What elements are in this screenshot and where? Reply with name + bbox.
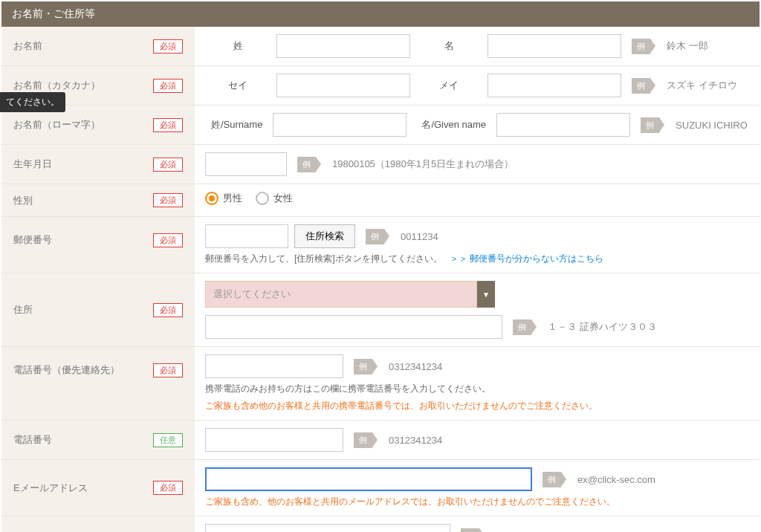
badge-optional: 任意 [153, 433, 183, 447]
row-name: お名前 必須 姓 名 例 鈴木 一郎 [1, 27, 760, 66]
input-email[interactable] [205, 467, 532, 491]
radio-dot-off-icon [256, 192, 269, 205]
input-kana-mei[interactable] [488, 74, 621, 97]
label-zip: 郵便番号 [13, 233, 52, 247]
label-phone-primary: 電話番号（優先連絡先） [13, 363, 120, 377]
label-gender: 性別 [13, 194, 33, 207]
radio-female[interactable]: 女性 [256, 192, 293, 205]
badge-required: 必須 [153, 363, 183, 377]
badge-required: 必須 [153, 481, 183, 495]
input-roman-surname[interactable] [273, 113, 407, 137]
example-badge: 例 [354, 359, 372, 374]
example-badge: 例 [632, 78, 650, 94]
email-hint: ご家族も含め、他のお客様と共用のメールアドレスでは、お取引いただけませんのでご注… [205, 496, 749, 508]
input-phone-primary[interactable] [205, 354, 343, 378]
input-roman-given[interactable] [496, 113, 630, 137]
badge-required: 必須 [153, 39, 183, 53]
input-dob[interactable] [205, 152, 287, 176]
label-address: 住所 [13, 303, 33, 317]
select-placeholder: 選択してください [205, 281, 477, 308]
example-badge: 例 [513, 319, 531, 335]
example-badge: 例 [543, 472, 561, 487]
example-badge: 例 [366, 229, 384, 244]
row-roman: お名前（ローマ字） 必須 姓/Surname 名/Given name 例 SU… [1, 106, 760, 145]
label-roman: お名前（ローマ字） [13, 118, 100, 132]
label-email: Eメールアドレス [13, 481, 88, 495]
sublabel-sei: 姓 [205, 39, 271, 53]
sublabel-kana-sei: セイ [205, 79, 271, 92]
phone1-hint2: ご家族も含め他のお客様と共用の携帯電話番号では、お取引いただけませんのでご注意く… [205, 400, 749, 412]
example-badge: 例 [297, 157, 316, 172]
input-name-sei[interactable] [276, 34, 410, 58]
row-address: 住所 必須 選択してください ▼ 例 １－３ 証券ハイツ３０３ [1, 273, 760, 347]
radio-female-label: 女性 [273, 192, 293, 205]
button-address-search[interactable]: 住所検索 [294, 224, 355, 248]
row-mobile-email: 携帯メールアドレス 任意 例 ex@docomo.ne.jp ご家族も含め、他の… [1, 516, 760, 532]
example-badge: 例 [461, 528, 479, 533]
section-title: お名前・ご住所等 [1, 1, 760, 27]
radio-male-label: 男性 [223, 192, 242, 205]
select-prefecture[interactable]: 選択してください ▼ [205, 281, 495, 308]
chevron-down-icon: ▼ [477, 281, 495, 308]
row-zip: 郵便番号 必須 住所検索 例 0011234 郵便番号を入力して、[住所検索]ボ… [1, 217, 760, 273]
sublabel-givenname: 名/Given name [412, 118, 490, 132]
sublabel-mei: 名 [416, 39, 482, 53]
example-phone2: 0312341234 [389, 435, 442, 446]
phone1-hint1: 携帯電話のみお持ちの方はこの欄に携帯電話番号を入力してください。 [205, 383, 749, 395]
example-badge: 例 [632, 39, 650, 54]
badge-required: 必須 [153, 158, 183, 172]
row-dob: 生年月日 必須 例 19800105（1980年1月5日生まれの場合） [1, 145, 760, 184]
sublabel-surname: 姓/Surname [205, 118, 267, 132]
input-zip[interactable] [205, 224, 288, 248]
tooltip-fragment: てください。 [0, 92, 65, 112]
example-badge: 例 [641, 117, 659, 133]
row-email: Eメールアドレス 必須 例 ex@click-sec.com ご家族も含め、他の… [1, 460, 760, 516]
badge-required: 必須 [153, 79, 183, 93]
badge-required: 必須 [153, 118, 183, 132]
radio-male[interactable]: 男性 [205, 192, 242, 205]
zip-unknown-link[interactable]: ＞＞ 郵便番号が分からない方はこちら [450, 253, 603, 264]
example-dob: 19800105（1980年1月5日生まれの場合） [332, 158, 514, 171]
input-kana-sei[interactable] [276, 74, 410, 97]
row-phone-primary: 電話番号（優先連絡先） 必須 例 0312341234 携帯電話のみお持ちの方は… [1, 347, 760, 421]
radio-dot-on-icon [205, 192, 218, 205]
input-phone-secondary[interactable] [205, 428, 343, 452]
sublabel-kana-mei: メイ [416, 79, 482, 92]
badge-required: 必須 [153, 193, 183, 207]
example-name: 鈴木 一郎 [667, 39, 708, 53]
label-dob: 生年月日 [13, 158, 52, 171]
input-mobile-email[interactable] [205, 524, 450, 532]
row-phone-secondary: 電話番号 任意 例 0312341234 [1, 421, 760, 460]
example-phone1: 0312341234 [389, 361, 442, 372]
example-email: ex@click-sec.com [577, 474, 655, 485]
example-kana: スズキ イチロウ [667, 79, 737, 92]
zip-hint: 郵便番号を入力して、[住所検索]ボタンを押してください。 [205, 253, 442, 264]
input-name-mei[interactable] [488, 34, 621, 58]
example-address: １－３ 証券ハイツ３０３ [548, 320, 657, 334]
example-badge: 例 [354, 432, 372, 448]
input-address-detail[interactable] [205, 315, 502, 339]
row-gender: 性別 必須 男性 女性 [1, 184, 760, 217]
form-section: お名前・ご住所等 お名前 必須 姓 名 例 鈴木 一郎 お名前（カタカナ） 必須… [1, 1, 760, 532]
badge-required: 必須 [153, 303, 183, 317]
label-phone-secondary: 電話番号 [13, 433, 52, 447]
label-kana: お名前（カタカナ） [13, 79, 100, 92]
row-kana: お名前（カタカナ） 必須 セイ メイ 例 スズキ イチロウ [1, 66, 760, 106]
label-name: お名前 [13, 39, 42, 53]
example-roman: SUZUKI ICHIRO [676, 120, 748, 131]
badge-required: 必須 [153, 233, 183, 247]
example-zip: 0011234 [401, 231, 438, 242]
